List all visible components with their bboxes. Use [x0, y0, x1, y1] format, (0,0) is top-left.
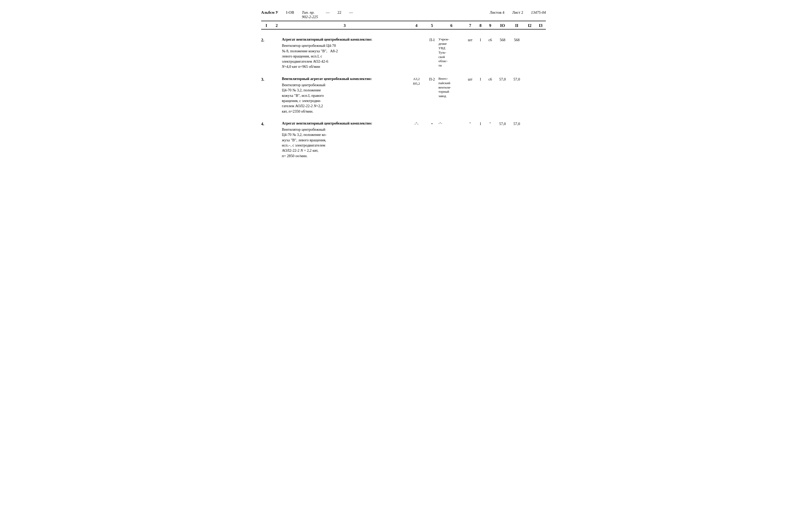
row-col7-2: шт [464, 37, 476, 42]
dash2: — [349, 11, 353, 15]
col-header-10: IO [495, 23, 510, 28]
row-col4-4: -"- [407, 121, 425, 126]
row-col8-4: I [476, 121, 485, 126]
row-col9-2: с6 [485, 37, 495, 42]
col-header-3: 3 [282, 23, 407, 28]
row-col11-2: 568 [510, 37, 524, 42]
doc-num: 13475-04 [531, 11, 546, 15]
col-header-2: 2 [271, 23, 282, 28]
col-header-9: 9 [485, 23, 495, 28]
row-col6-3: Вентс-пайскийвентиля-торныйзавод [439, 76, 464, 98]
row-desc-2: Агрегат вентиляторный центробежный компл… [282, 37, 407, 69]
row-col4-3: А3,2I05,2 [407, 76, 425, 86]
col-header-12: I2 [524, 23, 536, 28]
col-header-5: 5 [425, 23, 439, 28]
row-col11-4: 57,0 [510, 121, 524, 126]
row-col8-3: I [476, 76, 485, 82]
row-col5-4: • [425, 121, 439, 126]
row-text-4: Вентилятор центробежныйЦ4-70 № 3,2, поло… [282, 127, 405, 158]
row-text-2: Вентилятор центробежный Ц4-70№ 8, положе… [282, 43, 405, 69]
col-header-11: II [510, 23, 524, 28]
row-col10-2: 568 [495, 37, 510, 42]
row-num-4: 4. [261, 121, 271, 127]
row-col6-4: -"- [439, 121, 464, 126]
row-text-3: Вентилятор центробежныйЦ4-70 № 3,2, поло… [282, 82, 405, 114]
row-col7-4: " [464, 121, 476, 126]
row-col8-2: I [476, 37, 485, 42]
header-tipnr: Тип. пр. 902-2-225 [302, 11, 318, 19]
row-heading-3: Вентиляторный агрегат центробежный компл… [282, 76, 405, 81]
row-num-3: 3. [261, 76, 271, 82]
table-row: 3. Вентиляторный агрегат центробежный ко… [261, 76, 546, 114]
tipnr-label: Тип. пр. [302, 11, 318, 15]
row-desc-3: Вентиляторный агрегат центробежный компл… [282, 76, 407, 114]
list-label: Лист 2 [512, 11, 523, 15]
row-num-2: 2. [261, 37, 271, 43]
listov-label: Листов 4 [490, 11, 504, 15]
dash1: — [326, 11, 330, 15]
row-col10-3: 57,0 [495, 76, 510, 82]
row-heading-4: Агрегат вентиляторный центробежный компл… [282, 121, 405, 126]
album-label: Альбсм У [261, 11, 278, 15]
row-col9-3: с6 [485, 76, 495, 82]
col-header-7: 7 [464, 23, 476, 28]
table-body: 2. Агрегат вентиляторный центробежный ко… [261, 32, 546, 158]
row-heading-2: Агрегат вентиляторный центробежный компл… [282, 37, 405, 42]
header-number: 22 [338, 11, 341, 15]
row-col10-4: 57,0 [495, 121, 510, 126]
row-col4-2 [407, 37, 425, 37]
table-row: 4. Агрегат вентиляторный центробежный ко… [261, 121, 546, 158]
table-row: 2. Агрегат вентиляторный центробежный ко… [261, 37, 546, 69]
col-header-6: 6 [439, 23, 464, 28]
row-desc-4: Агрегат вентиляторный центробежный компл… [282, 121, 407, 158]
col-header-13: I3 [536, 23, 546, 28]
divider-top [261, 21, 546, 21]
tipnr-sub: 902-2-225 [302, 15, 318, 19]
row-col5-2: П-I [425, 37, 439, 42]
row-col6-2: Учреж-дениеУВДТуль-скойоблас-ти [439, 37, 464, 68]
header-code: I-ОВ [286, 11, 294, 15]
header: Альбсм У I-ОВ Тип. пр. 902-2-225 — 22 — … [261, 11, 546, 19]
row-col7-3: шт [464, 76, 476, 82]
col-header-4: 4 [407, 23, 425, 28]
header-right: Листов 4 Лист 2 13475-04 [490, 11, 546, 15]
row-col9-4: " [485, 121, 495, 126]
col-header-8: 8 [476, 23, 485, 28]
row-col11-3: 57,0 [510, 76, 524, 82]
column-headers: I 2 3 4 5 6 7 8 9 IO II I2 I3 [261, 22, 546, 30]
col-header-1: I [261, 23, 271, 28]
row-col5-3: П-2 [425, 76, 439, 82]
